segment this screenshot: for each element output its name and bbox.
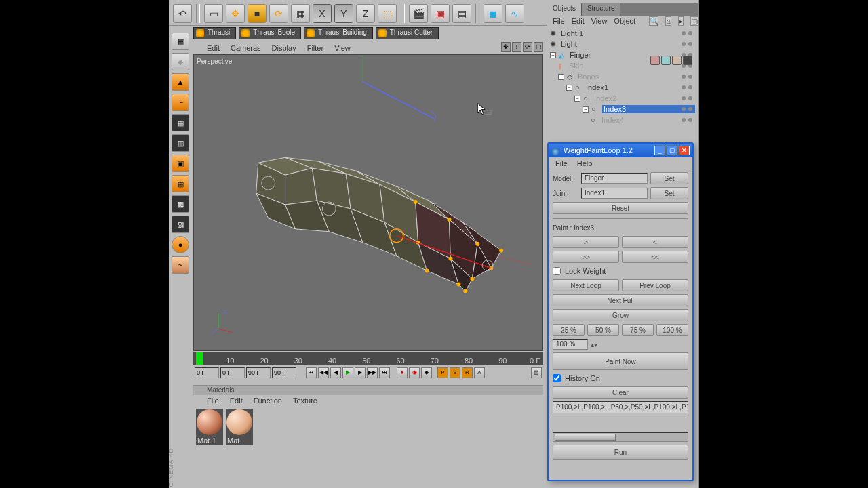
- mm-function[interactable]: Function: [254, 396, 282, 405]
- tree-bones[interactable]: − ◇ Bones: [550, 71, 695, 82]
- clear-button[interactable]: Clear: [553, 386, 688, 399]
- prev-key-icon[interactable]: ◀◀: [318, 367, 329, 378]
- rotate-tool-icon[interactable]: ⟳: [269, 4, 288, 23]
- next2-button[interactable]: >>: [553, 251, 619, 263]
- plugin-titlebar[interactable]: WeightPaintLoop 1.2 _ ▢ ✕: [549, 144, 692, 157]
- next-loop-button[interactable]: Next Loop: [553, 279, 619, 291]
- p100-button[interactable]: 100 %: [656, 324, 688, 336]
- om-menu-objects[interactable]: Object: [614, 17, 635, 25]
- record-icon[interactable]: ●: [397, 367, 408, 378]
- key-param-icon[interactable]: A: [474, 367, 485, 378]
- axis-z-icon[interactable]: Z: [356, 4, 375, 23]
- world-axis-icon[interactable]: └: [172, 94, 189, 111]
- key-rot-icon[interactable]: R: [462, 367, 473, 378]
- prev-button[interactable]: <: [622, 236, 688, 248]
- weight-value-field[interactable]: 100 %: [553, 339, 588, 350]
- tag-thrausi[interactable]: Thrausi: [193, 27, 236, 39]
- render-view-icon[interactable]: 🎬: [409, 4, 428, 23]
- vm-view[interactable]: View: [334, 44, 351, 52]
- expand-icon[interactable]: −: [558, 74, 564, 80]
- primitive-cube-icon[interactable]: ◼: [484, 4, 502, 23]
- tree-light1[interactable]: ✺ Light.1: [550, 28, 695, 39]
- move-tool-icon[interactable]: ✥: [226, 4, 245, 23]
- preview-end[interactable]: 90 F: [246, 367, 271, 378]
- vm-edit[interactable]: Edit: [207, 44, 220, 52]
- history-scrollbar[interactable]: [553, 432, 688, 442]
- mm-texture[interactable]: Texture: [293, 396, 317, 405]
- uv-point-icon[interactable]: ▩: [172, 195, 189, 213]
- next-full-button[interactable]: Next Full: [553, 294, 688, 306]
- deformer-icon[interactable]: ●: [172, 236, 189, 253]
- viewport-3d[interactable]: Perspective: [193, 54, 543, 351]
- expand-icon[interactable]: −: [550, 52, 556, 58]
- maximize-button[interactable]: ▢: [667, 146, 677, 155]
- timeline-ruler[interactable]: 0 10 20 30 40 50 60 70 80 90 0 F: [193, 352, 543, 365]
- om-menu-edit[interactable]: Edit: [572, 17, 585, 25]
- pan-icon[interactable]: ✥: [501, 42, 511, 52]
- om-menu-view[interactable]: View: [591, 17, 608, 25]
- tag-thrausi-building[interactable]: Thrausi Building: [304, 27, 373, 39]
- axis-x-icon[interactable]: X: [313, 4, 332, 23]
- om-layout-icon[interactable]: ▢: [690, 16, 698, 26]
- history-on-checkbox[interactable]: [553, 374, 561, 382]
- tag-icon[interactable]: [672, 56, 682, 65]
- play-icon[interactable]: ▶: [342, 367, 353, 378]
- prev-frame-icon[interactable]: ◀: [330, 367, 341, 378]
- dolly-icon[interactable]: ↕: [512, 42, 521, 52]
- om-home-icon[interactable]: ⌂: [665, 16, 671, 26]
- key-pos-icon[interactable]: P: [437, 367, 448, 378]
- maximize-icon[interactable]: ▢: [534, 42, 543, 52]
- tag-thrausi-boole[interactable]: Thrausi Boole: [239, 27, 301, 39]
- edge-mode-icon[interactable]: ▥: [172, 134, 189, 152]
- goto-start-icon[interactable]: ⏮: [306, 367, 317, 378]
- om-search-icon[interactable]: 🔍: [649, 16, 658, 26]
- object-axis-icon[interactable]: ▲: [172, 73, 189, 91]
- expand-icon[interactable]: −: [566, 85, 572, 91]
- spline-tool-icon[interactable]: ∿: [505, 4, 524, 23]
- next-frame-icon[interactable]: ▶: [355, 367, 366, 378]
- pm-file[interactable]: File: [555, 159, 568, 167]
- minimize-button[interactable]: _: [654, 146, 665, 155]
- stepper-icon[interactable]: ▴▾: [591, 341, 597, 348]
- tag-icon[interactable]: [683, 56, 692, 65]
- render-settings-icon[interactable]: ▤: [452, 4, 471, 23]
- expand-icon[interactable]: −: [574, 96, 580, 102]
- key-icon[interactable]: ◆: [421, 367, 432, 378]
- key-scale-icon[interactable]: S: [450, 367, 460, 378]
- mm-file[interactable]: File: [207, 396, 219, 405]
- coord-system-icon[interactable]: ⬚: [378, 4, 397, 23]
- model-mode-icon[interactable]: ◆: [172, 53, 189, 70]
- axis-y-icon[interactable]: Y: [334, 4, 353, 23]
- tag-thrausi-cutter[interactable]: Thrausi Cutter: [376, 27, 439, 39]
- extra-tool-icon[interactable]: ~: [172, 256, 189, 274]
- tree-light[interactable]: ✺ Light: [550, 39, 695, 49]
- om-tab-objects[interactable]: Objects: [547, 3, 582, 16]
- polygon-mode-icon[interactable]: ▣: [172, 155, 189, 172]
- lock-weight-checkbox[interactable]: [553, 267, 561, 275]
- run-button[interactable]: Run: [553, 445, 688, 460]
- vm-filter[interactable]: Filter: [307, 44, 323, 52]
- prev-loop-button[interactable]: Prev Loop: [622, 279, 688, 291]
- render-region-icon[interactable]: ▣: [431, 4, 450, 23]
- vm-cameras[interactable]: Cameras: [231, 44, 261, 52]
- tree-index2[interactable]: − ○ Index2: [550, 93, 695, 104]
- field-join[interactable]: Index1: [581, 188, 648, 199]
- om-tab-structure[interactable]: Structure: [582, 3, 621, 16]
- tag-icon[interactable]: [650, 56, 660, 65]
- field-model[interactable]: Finger: [581, 173, 648, 184]
- tree-index3[interactable]: − ○ Index3: [550, 104, 695, 115]
- expand-icon[interactable]: −: [583, 106, 589, 113]
- history-field[interactable]: P100,>L,P100,>L,P50,>,P50,>L,P100,>L,P10: [553, 401, 688, 413]
- reset-button[interactable]: Reset: [553, 202, 688, 214]
- tree-index1[interactable]: − ○ Index1: [550, 82, 695, 93]
- undo-icon[interactable]: ↶: [173, 4, 192, 23]
- grow-button[interactable]: Grow: [553, 309, 688, 321]
- prev2-button[interactable]: <<: [622, 251, 688, 263]
- next-button[interactable]: >: [553, 236, 619, 248]
- material-mat1[interactable]: Mat.1: [196, 409, 223, 445]
- p50-button[interactable]: 50 %: [587, 324, 619, 336]
- tag-icon[interactable]: [661, 56, 671, 65]
- timeline-config-icon[interactable]: ▤: [531, 367, 542, 378]
- uv-poly-icon[interactable]: ▨: [172, 216, 189, 233]
- om-arrow-icon[interactable]: ▸: [678, 16, 684, 26]
